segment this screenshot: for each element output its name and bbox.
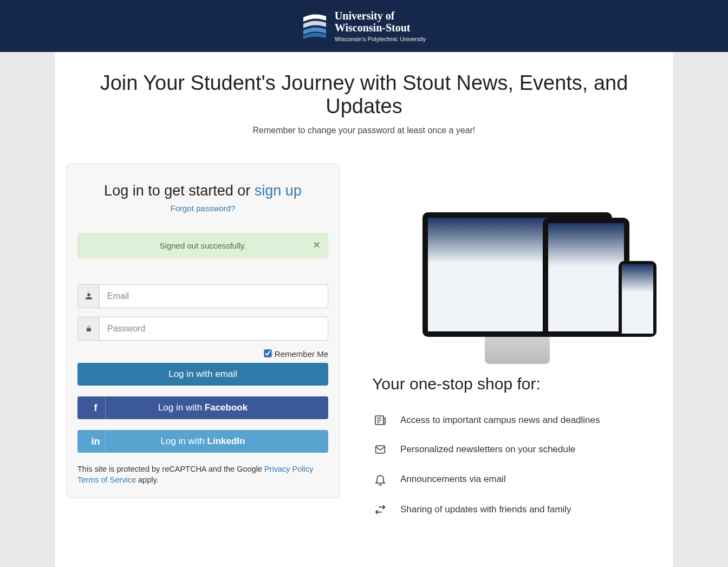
recaptcha-notice: This site is protected by reCAPTCHA and … bbox=[77, 464, 328, 486]
facebook-icon: f bbox=[86, 396, 106, 419]
brand-line1: University of bbox=[335, 10, 426, 22]
fb-brand: Facebook bbox=[205, 402, 248, 413]
page-container: Join Your Student's Journey with Stout N… bbox=[55, 52, 673, 567]
login-linkedin-button[interactable]: in Log in with LinkedIn bbox=[77, 430, 328, 453]
forgot-password-link[interactable]: Forgot password? bbox=[170, 204, 235, 213]
fb-prefix: Log in with bbox=[158, 402, 205, 413]
password-field[interactable] bbox=[99, 317, 328, 341]
brand-line2: Wisconsin-Stout bbox=[335, 22, 426, 34]
devices-illustration bbox=[372, 164, 662, 337]
remember-me-label: Remember Me bbox=[275, 349, 328, 359]
feature-item: Announcements via email bbox=[372, 472, 662, 486]
brand-text: University of Wisconsin-Stout Wisconsin'… bbox=[335, 10, 426, 42]
login-email-label: Log in with email bbox=[168, 369, 237, 380]
remember-me-row: Remember Me bbox=[77, 349, 328, 359]
remember-me-label-wrap[interactable]: Remember Me bbox=[264, 349, 328, 359]
login-heading: Log in to get started or sign up bbox=[77, 183, 328, 199]
linkedin-icon: in bbox=[86, 430, 106, 453]
info-column: Your one-stop shop for: Access to import… bbox=[372, 164, 662, 533]
alert-close-button[interactable]: ✕ bbox=[313, 240, 320, 250]
envelope-icon bbox=[372, 444, 388, 455]
share-icon bbox=[372, 504, 388, 516]
login-card: Log in to get started or sign up Forgot … bbox=[66, 164, 340, 498]
user-icon bbox=[77, 284, 99, 308]
email-field[interactable] bbox=[99, 284, 328, 308]
signup-link[interactable]: sign up bbox=[255, 183, 302, 199]
login-email-button[interactable]: Log in with email bbox=[77, 363, 328, 386]
email-group bbox=[77, 284, 328, 308]
brand-logo[interactable]: University of Wisconsin-Stout Wisconsin'… bbox=[302, 10, 426, 42]
terms-of-service-link[interactable]: Terms of Service bbox=[77, 475, 136, 484]
brand-tagline: Wisconsin's Polytechnic University bbox=[335, 36, 426, 42]
info-heading: Your one-stop shop for: bbox=[372, 375, 662, 393]
site-header: University of Wisconsin-Stout Wisconsin'… bbox=[0, 0, 728, 52]
feature-label: Sharing of updates with friends and fami… bbox=[400, 504, 571, 515]
page-subtitle: Remember to change your password at leas… bbox=[66, 126, 662, 135]
bell-icon bbox=[372, 472, 388, 486]
device-phone-icon bbox=[619, 261, 656, 337]
feature-label: Access to important campus news and dead… bbox=[400, 415, 600, 426]
feature-label: Personalized newsletters on your schedul… bbox=[400, 444, 575, 455]
page-title: Join Your Student's Journey with Stout N… bbox=[66, 71, 662, 118]
privacy-policy-link[interactable]: Privacy Policy bbox=[264, 465, 313, 473]
close-icon: ✕ bbox=[313, 240, 320, 250]
alert-text: Signed out successfully. bbox=[160, 241, 246, 250]
news-icon bbox=[372, 414, 388, 427]
feature-label: Announcements via email bbox=[400, 474, 506, 485]
remember-me-checkbox[interactable] bbox=[264, 349, 271, 357]
password-group bbox=[77, 317, 328, 341]
login-heading-text: Log in to get started or bbox=[104, 183, 255, 199]
login-facebook-button[interactable]: f Log in with Facebook bbox=[77, 396, 328, 419]
alert-success: Signed out successfully. ✕ bbox=[77, 233, 328, 258]
feature-item: Personalized newsletters on your schedul… bbox=[372, 444, 662, 455]
li-brand: LinkedIn bbox=[207, 436, 245, 446]
lock-icon bbox=[77, 317, 99, 341]
feature-item: Sharing of updates with friends and fami… bbox=[372, 504, 662, 516]
device-tablet-icon bbox=[543, 218, 629, 337]
li-prefix: Log in with bbox=[161, 436, 207, 446]
logo-mark-icon bbox=[302, 11, 327, 41]
feature-item: Access to important campus news and dead… bbox=[372, 414, 662, 427]
